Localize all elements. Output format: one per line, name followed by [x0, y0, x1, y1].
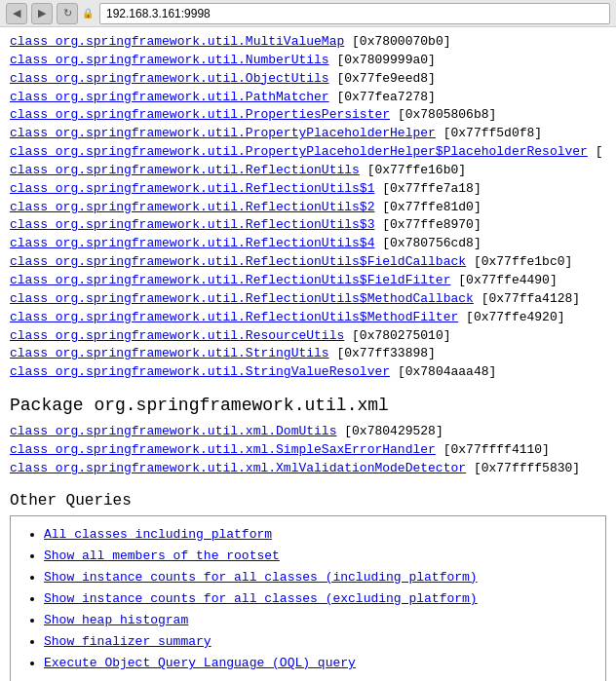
- class-link[interactable]: class org.springframework.util.xml.XmlVa…: [10, 461, 466, 475]
- query-link[interactable]: Show finalizer summary: [44, 634, 212, 649]
- queries-list: All classes including platformShow all m…: [22, 524, 594, 675]
- query-link[interactable]: Show all members of the rootset: [44, 549, 280, 563]
- list-item: class org.springframework.util.Propertie…: [10, 106, 606, 125]
- list-item: class org.springframework.util.NumberUti…: [10, 52, 606, 70]
- queries-box: All classes including platformShow all m…: [10, 515, 606, 681]
- class-link[interactable]: class org.springframework.util.Reflectio…: [10, 310, 458, 324]
- address-icon: 🔒: [82, 8, 94, 19]
- class-link[interactable]: class org.springframework.util.PropertyP…: [10, 144, 588, 159]
- list-item: class org.springframework.util.StringVal…: [10, 363, 606, 382]
- query-link[interactable]: Show instance counts for all classes (ex…: [44, 591, 478, 606]
- class-link[interactable]: class org.springframework.util.PropertyP…: [10, 126, 436, 140]
- list-item: class org.springframework.util.StringUti…: [10, 345, 606, 363]
- list-item: Show all members of the rootset: [44, 546, 594, 567]
- browser-toolbar: ◀ ▶ ↻ 🔒: [0, 0, 616, 27]
- list-item: class org.springframework.util.xml.DomUt…: [10, 423, 606, 441]
- list-item: Show instance counts for all classes (ex…: [44, 588, 594, 610]
- list-item: class org.springframework.util.Reflectio…: [10, 216, 606, 235]
- class-link[interactable]: class org.springframework.util.xml.DomUt…: [10, 424, 336, 438]
- list-item: Execute Object Query Language (OQL) quer…: [44, 653, 594, 674]
- reload-button[interactable]: ↻: [57, 3, 78, 24]
- page-content: class org.springframework.util.MultiValu…: [0, 27, 616, 681]
- query-link[interactable]: All classes including platform: [44, 527, 272, 542]
- class-link[interactable]: class org.springframework.util.Reflectio…: [10, 291, 474, 306]
- class-link[interactable]: class org.springframework.util.Reflectio…: [10, 254, 466, 269]
- class-link[interactable]: class org.springframework.util.PathMatch…: [10, 90, 329, 104]
- class-link[interactable]: class org.springframework.util.ResourceU…: [10, 328, 344, 343]
- class-link[interactable]: class org.springframework.util.Propertie…: [10, 107, 390, 122]
- xml-section-heading: Package org.springframework.util.xml: [10, 396, 606, 415]
- list-item: Show instance counts for all classes (in…: [44, 567, 594, 588]
- back-button[interactable]: ◀: [6, 3, 27, 24]
- list-item: class org.springframework.util.xml.Simpl…: [10, 441, 606, 460]
- class-link[interactable]: class org.springframework.util.Reflectio…: [10, 200, 374, 214]
- query-link[interactable]: Execute Object Query Language (OQL) quer…: [44, 656, 356, 670]
- list-item: class org.springframework.util.Reflectio…: [10, 272, 606, 290]
- class-link[interactable]: class org.springframework.util.StringUti…: [10, 346, 329, 360]
- class-link[interactable]: class org.springframework.util.StringVal…: [10, 364, 390, 379]
- list-item: Show finalizer summary: [44, 631, 594, 653]
- class-link[interactable]: class org.springframework.util.ObjectUti…: [10, 71, 329, 86]
- list-item: class org.springframework.util.Reflectio…: [10, 199, 606, 217]
- list-item: class org.springframework.util.Reflectio…: [10, 235, 606, 253]
- list-item: class org.springframework.util.ObjectUti…: [10, 70, 606, 89]
- list-item: class org.springframework.util.ResourceU…: [10, 327, 606, 346]
- list-item: class org.springframework.util.MultiValu…: [10, 33, 606, 52]
- class-link[interactable]: class org.springframework.util.Reflectio…: [10, 217, 374, 232]
- address-bar[interactable]: [99, 3, 610, 24]
- list-item: Show heap histogram: [44, 610, 594, 631]
- list-item: class org.springframework.util.Reflectio…: [10, 309, 606, 327]
- list-item: class org.springframework.util.PropertyP…: [10, 143, 606, 162]
- list-item: class org.springframework.util.xml.XmlVa…: [10, 460, 606, 478]
- forward-button[interactable]: ▶: [31, 3, 53, 24]
- util-class-list: class org.springframework.util.MultiValu…: [10, 33, 606, 382]
- class-link[interactable]: class org.springframework.util.Reflectio…: [10, 163, 360, 177]
- class-link[interactable]: class org.springframework.util.xml.Simpl…: [10, 442, 436, 457]
- class-link[interactable]: class org.springframework.util.Reflectio…: [10, 181, 374, 196]
- class-link[interactable]: class org.springframework.util.Reflectio…: [10, 273, 450, 287]
- xml-class-list: class org.springframework.util.xml.DomUt…: [10, 423, 606, 478]
- list-item: class org.springframework.util.Reflectio…: [10, 162, 606, 180]
- list-item: class org.springframework.util.Reflectio…: [10, 290, 606, 309]
- class-link[interactable]: class org.springframework.util.NumberUti…: [10, 53, 329, 67]
- list-item: All classes including platform: [44, 524, 594, 546]
- other-queries-heading: Other Queries: [10, 492, 606, 510]
- list-item: class org.springframework.util.PropertyP…: [10, 125, 606, 143]
- list-item: class org.springframework.util.Reflectio…: [10, 253, 606, 272]
- list-item: class org.springframework.util.Reflectio…: [10, 180, 606, 199]
- query-link[interactable]: Show heap histogram: [44, 613, 188, 627]
- list-item: class org.springframework.util.PathMatch…: [10, 89, 606, 107]
- class-link[interactable]: class org.springframework.util.Reflectio…: [10, 236, 374, 250]
- class-link[interactable]: class org.springframework.util.MultiValu…: [10, 34, 344, 49]
- query-link[interactable]: Show instance counts for all classes (in…: [44, 570, 478, 585]
